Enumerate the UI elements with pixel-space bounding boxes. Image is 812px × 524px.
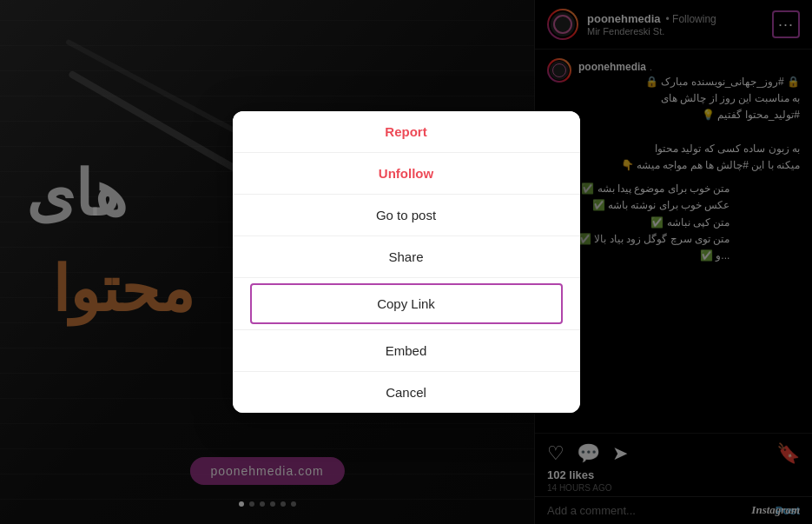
modal-cancel-item[interactable]: Cancel [233,372,580,413]
options-modal: Report Unfollow Go to post Share Copy Li… [233,111,580,413]
modal-go-to-post-item[interactable]: Go to post [233,195,580,236]
modal-report-item[interactable]: Report [233,111,580,153]
modal-copy-link-wrapper: Copy Link [233,278,580,330]
modal-embed-item[interactable]: Embed [233,330,580,372]
modal-overlay[interactable]: Report Unfollow Go to post Share Copy Li… [0,0,812,524]
modal-share-item[interactable]: Share [233,236,580,278]
modal-unfollow-item[interactable]: Unfollow [233,153,580,195]
modal-copy-link-item[interactable]: Copy Link [250,283,563,324]
